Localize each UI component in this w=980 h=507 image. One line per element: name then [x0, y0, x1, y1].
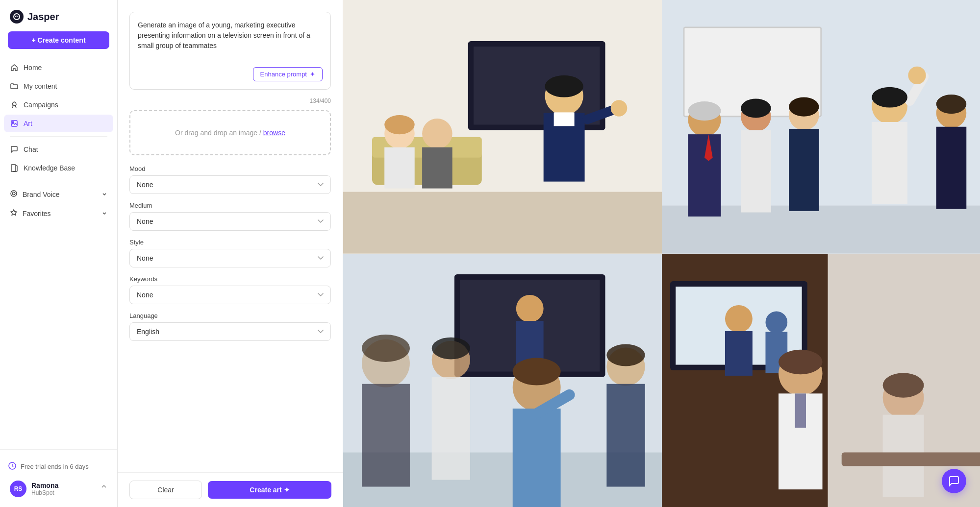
- medium-label: Medium: [129, 202, 331, 209]
- style-group: Style None Realistic Abstract Minimalist…: [129, 239, 331, 267]
- nav-divider-2: [10, 181, 107, 181]
- svg-point-69: [725, 305, 752, 332]
- mood-group: Mood None Happy Serious Energetic Calm: [129, 165, 331, 194]
- nav-divider-1: [10, 136, 107, 137]
- svg-rect-55: [432, 377, 470, 480]
- generated-image-2[interactable]: [662, 0, 980, 254]
- drop-zone[interactable]: Or drag and drop an image / browse: [129, 110, 331, 155]
- svg-rect-70: [725, 331, 752, 376]
- free-trial-icon: [8, 461, 17, 472]
- free-trial-notice: Free trial ends in 6 days: [8, 458, 109, 476]
- generated-image-4[interactable]: [662, 254, 980, 507]
- style-label: Style: [129, 239, 331, 246]
- style-select[interactable]: None Realistic Abstract Minimalist Vinta…: [129, 249, 331, 267]
- sidebar-item-art[interactable]: Art: [4, 115, 113, 132]
- clear-button[interactable]: Clear: [129, 481, 202, 499]
- folder-icon: [10, 82, 19, 91]
- sidebar-item-campaigns-label: Campaigns: [24, 101, 58, 109]
- language-group: Language English Spanish French German J…: [129, 312, 331, 341]
- prompt-actions: Enhance prompt ✦: [138, 67, 323, 81]
- avatar: RS: [10, 481, 26, 497]
- svg-rect-35: [789, 129, 819, 211]
- sidebar-item-campaigns[interactable]: Campaigns: [4, 96, 113, 114]
- svg-rect-52: [362, 384, 410, 486]
- language-label: Language: [129, 312, 331, 319]
- svg-point-40: [908, 67, 926, 84]
- logo-area: Jasper: [0, 0, 117, 31]
- svg-point-4: [11, 191, 17, 196]
- sidebar-item-art-label: Art: [24, 120, 32, 127]
- enhance-prompt-label: Enhance prompt: [260, 71, 307, 78]
- svg-point-76: [779, 349, 823, 374]
- svg-point-16: [422, 119, 452, 149]
- language-select[interactable]: English Spanish French German Japanese: [129, 322, 331, 341]
- sidebar-item-chat-label: Chat: [24, 145, 38, 153]
- enhance-prompt-button[interactable]: Enhance prompt ✦: [253, 67, 323, 81]
- sidebar-item-my-content-label: My content: [24, 82, 57, 90]
- sidebar-item-my-content[interactable]: My content: [4, 77, 113, 95]
- create-content-button[interactable]: + Create content: [8, 31, 109, 49]
- generated-image-3[interactable]: [343, 254, 662, 507]
- svg-rect-32: [741, 130, 771, 213]
- main-content: Enhance prompt ✦ 134/400 Or drag and dro…: [118, 0, 980, 507]
- generated-image-1[interactable]: [343, 0, 662, 254]
- action-bar: Clear Create art ✦: [118, 472, 343, 507]
- svg-point-53: [362, 335, 410, 362]
- svg-rect-43: [936, 127, 966, 209]
- book-icon: [10, 164, 19, 172]
- sidebar: Jasper + Create content Home My content …: [0, 0, 118, 507]
- svg-rect-8: [343, 192, 662, 254]
- svg-rect-80: [841, 452, 980, 466]
- chat-icon: [10, 145, 19, 154]
- keywords-label: Keywords: [129, 275, 331, 283]
- user-chevron-icon: [101, 484, 107, 493]
- sidebar-item-knowledge-base-label: Knowledge Base: [24, 164, 75, 172]
- sidebar-item-brand-voice[interactable]: Brand Voice: [4, 185, 113, 203]
- sidebar-item-chat[interactable]: Chat: [4, 141, 113, 158]
- free-trial-text: Free trial ends in 6 days: [21, 463, 89, 470]
- svg-rect-38: [872, 122, 907, 204]
- browse-link[interactable]: browse: [263, 129, 285, 137]
- sidebar-item-home-label: Home: [24, 64, 42, 72]
- svg-point-79: [882, 373, 924, 397]
- sidebar-item-home[interactable]: Home: [4, 59, 113, 76]
- user-info: Ramona HubSpot: [31, 482, 96, 496]
- sidebar-item-brand-voice-label: Brand Voice: [23, 191, 60, 198]
- logo-icon: [10, 10, 24, 24]
- svg-point-22: [545, 75, 583, 97]
- svg-rect-17: [422, 147, 452, 189]
- svg-point-44: [936, 95, 966, 114]
- svg-point-49: [516, 294, 544, 322]
- svg-rect-28: [688, 134, 721, 217]
- user-section[interactable]: RS Ramona HubSpot: [8, 476, 109, 499]
- brand-voice-chevron-icon: [101, 191, 107, 198]
- svg-point-56: [432, 337, 470, 359]
- mood-label: Mood: [129, 165, 331, 172]
- sparkle-icon: ✦: [310, 71, 315, 78]
- user-name: Ramona: [31, 482, 96, 489]
- mood-select[interactable]: None Happy Serious Energetic Calm: [129, 175, 331, 194]
- sidebar-item-favorites[interactable]: Favorites: [4, 204, 113, 222]
- svg-rect-75: [795, 393, 805, 428]
- sidebar-item-knowledge-base[interactable]: Knowledge Base: [4, 159, 113, 177]
- star-icon: [10, 209, 18, 218]
- svg-rect-23: [554, 112, 575, 126]
- chat-bubble-button[interactable]: [942, 469, 966, 493]
- drop-zone-text: Or drag and drop an image /: [175, 129, 261, 137]
- rocket-icon: [10, 100, 19, 109]
- keywords-select[interactable]: None: [129, 286, 331, 304]
- medium-select[interactable]: None Photography Painting Illustration 3…: [129, 212, 331, 231]
- svg-point-36: [789, 97, 819, 117]
- svg-point-29: [688, 101, 721, 121]
- sidebar-item-favorites-label: Favorites: [23, 210, 51, 217]
- svg-point-63: [606, 344, 645, 366]
- svg-rect-62: [606, 384, 645, 486]
- nav-section: Home My content Campaigns Art: [0, 59, 117, 449]
- svg-point-71: [765, 311, 787, 333]
- svg-point-59: [513, 358, 561, 385]
- svg-point-15: [384, 115, 415, 134]
- prompt-textarea[interactable]: [138, 20, 323, 59]
- create-art-button[interactable]: Create art ✦: [208, 481, 331, 499]
- svg-rect-58: [513, 409, 561, 507]
- favorites-chevron-icon: [101, 210, 107, 217]
